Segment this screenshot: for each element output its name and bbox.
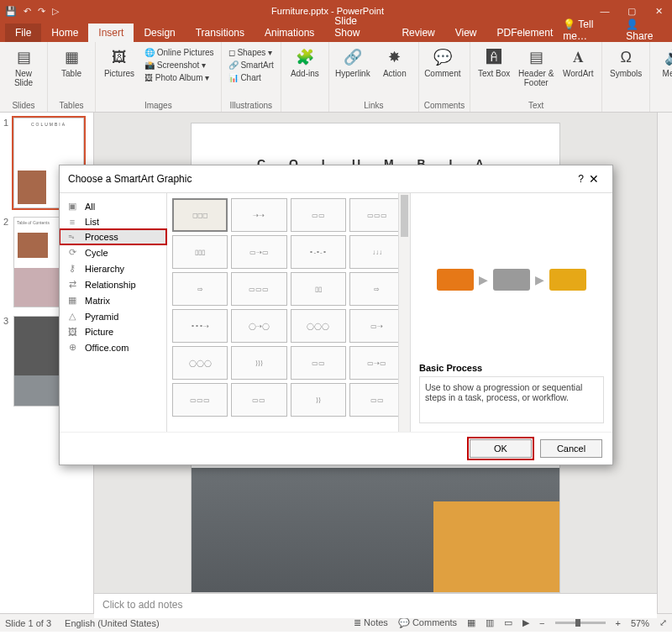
smartart-option[interactable]: ∘-∘-∘ xyxy=(291,235,346,269)
category-all[interactable]: ▣All xyxy=(60,198,166,214)
tell-me[interactable]: 💡 Tell me… xyxy=(563,18,616,42)
symbols-button[interactable]: Ω Symbols xyxy=(607,47,644,78)
smartart-option[interactable]: ◯⇢◯ xyxy=(231,309,286,343)
zoom-in-icon[interactable]: + xyxy=(616,618,621,628)
table-button[interactable]: ▦ Table xyxy=(53,47,90,78)
category-list[interactable]: ≡List xyxy=(60,214,166,229)
office-icon: ⊕ xyxy=(66,342,78,353)
screenshot-button[interactable]: 📸 Screenshot ▾ xyxy=(143,60,216,71)
zoom-slider[interactable] xyxy=(555,622,606,624)
smartart-button[interactable]: 🔗 SmartArt xyxy=(227,60,276,71)
category-picture[interactable]: 🖼Picture xyxy=(60,324,166,339)
smartart-option[interactable]: ◯◯◯ xyxy=(172,346,228,380)
smartart-option[interactable]: ▭▭▭ xyxy=(231,272,286,306)
share-button[interactable]: 👤 Share xyxy=(626,18,665,42)
undo-icon[interactable]: ↶ xyxy=(24,6,31,17)
category-hierarchy[interactable]: ⚷Hierarchy xyxy=(60,260,166,276)
media-button[interactable]: 🔊 Media xyxy=(655,47,672,78)
smartart-option[interactable]: ⇢⇢ xyxy=(231,198,286,232)
group-tables: ▦ Table Tables xyxy=(48,42,96,112)
smartart-option[interactable]: ▭▭▭ xyxy=(349,198,405,232)
chart-button[interactable]: 📊 Chart xyxy=(227,72,276,83)
smartart-option[interactable]: ▯▯ xyxy=(291,272,346,306)
tab-insert[interactable]: Insert xyxy=(88,24,134,42)
textbox-button[interactable]: 🅰 Text Box xyxy=(475,47,512,78)
tab-file[interactable]: File xyxy=(5,24,41,42)
tab-review[interactable]: Review xyxy=(391,24,444,42)
smartart-option[interactable]: ⟩⟩⟩ xyxy=(231,346,286,380)
category-cycle[interactable]: ⟳Cycle xyxy=(60,244,166,260)
vertical-scrollbar[interactable] xyxy=(657,113,672,613)
smartart-option[interactable]: ↓↓↓ xyxy=(349,235,405,269)
zoom-out-icon[interactable]: − xyxy=(539,618,544,628)
addins-button[interactable]: 🧩 Add-ins xyxy=(286,47,323,78)
smartart-option[interactable]: ▭⇢▭ xyxy=(349,346,405,380)
new-slide-button[interactable]: ▤ New Slide xyxy=(5,47,42,87)
view-slideshow-icon[interactable]: ▶ xyxy=(522,617,529,628)
category-office[interactable]: ⊕Office.com xyxy=(60,339,166,355)
smartart-option[interactable]: ▯▯▯ xyxy=(172,235,228,269)
dialog-buttons: OK Cancel xyxy=(60,432,612,464)
action-button[interactable]: ✸ Action xyxy=(376,47,413,78)
view-normal-icon[interactable]: ▦ xyxy=(467,617,475,628)
textbox-label: Text Box xyxy=(478,69,510,78)
smartart-option[interactable]: ⇨ xyxy=(349,272,405,306)
tab-slideshow[interactable]: Slide Show xyxy=(324,12,391,42)
smartart-option[interactable]: ▭▭▭ xyxy=(172,383,228,417)
tab-animations[interactable]: Animations xyxy=(255,24,324,42)
smartart-option[interactable]: ▭▭ xyxy=(291,198,346,232)
cancel-button[interactable]: Cancel xyxy=(540,439,602,458)
pictures-button[interactable]: 🖼 Pictures xyxy=(101,47,138,78)
dialog-close-icon[interactable]: ✕ xyxy=(584,171,604,187)
redo-icon[interactable]: ↷ xyxy=(38,6,45,17)
tab-pdfelement[interactable]: PDFelement xyxy=(487,24,564,42)
notes-pane[interactable]: Click to add notes xyxy=(94,593,657,618)
smartart-option[interactable]: ⇨ xyxy=(172,272,228,306)
grid-scrollbar[interactable] xyxy=(398,193,410,432)
picture-icon: 🖼 xyxy=(66,327,78,337)
smartart-option[interactable]: ∘∘∘⇢ xyxy=(172,309,228,343)
smartart-option[interactable]: ▭⇢ xyxy=(349,309,405,343)
hyperlink-button[interactable]: 🔗 Hyperlink xyxy=(334,47,371,78)
notes-toggle[interactable]: ≣ Notes xyxy=(354,617,388,628)
category-process[interactable]: ᯓProcess xyxy=(60,229,166,244)
group-comments-label: Comments xyxy=(424,99,465,112)
fit-to-window-icon[interactable]: ⤢ xyxy=(659,617,667,628)
tab-transitions[interactable]: Transitions xyxy=(186,24,255,42)
wordart-button[interactable]: 𝐀 WordArt xyxy=(559,47,596,78)
smartart-option[interactable]: ▭▭ xyxy=(349,383,405,417)
category-matrix[interactable]: ▦Matrix xyxy=(60,292,166,308)
tab-view[interactable]: View xyxy=(445,24,487,42)
view-sorter-icon[interactable]: ▥ xyxy=(486,617,494,628)
start-slideshow-icon[interactable]: ▷ xyxy=(52,6,59,17)
dialog-help-icon[interactable]: ? xyxy=(578,173,584,185)
smartart-option[interactable] xyxy=(172,198,228,232)
smartart-option[interactable]: ▭▭ xyxy=(231,383,286,417)
smartart-option[interactable]: ⟩⟩ xyxy=(291,383,346,417)
tab-design[interactable]: Design xyxy=(134,24,185,42)
view-reading-icon[interactable]: ▭ xyxy=(504,617,512,628)
category-relationship[interactable]: ⇄Relationship xyxy=(60,276,166,292)
smartart-option[interactable]: ◯◯◯ xyxy=(291,309,346,343)
comments-toggle[interactable]: 💬 Comments xyxy=(398,617,457,628)
shapes-button[interactable]: ◻ Shapes ▾ xyxy=(227,47,276,58)
preview-description: Use to show a progression or sequential … xyxy=(419,376,604,423)
zoom-level[interactable]: 57% xyxy=(631,618,649,628)
save-icon[interactable]: 💾 xyxy=(5,6,17,17)
smartart-option[interactable]: ▭⇢▭ xyxy=(231,235,286,269)
smartart-option[interactable]: ▭▭ xyxy=(291,346,346,380)
ok-button[interactable]: OK xyxy=(470,439,532,458)
online-pictures-button[interactable]: 🌐 Online Pictures xyxy=(143,47,216,58)
header-footer-button[interactable]: ▤ Header & Footer xyxy=(517,47,554,87)
comment-button[interactable]: 💬 Comment xyxy=(424,47,461,78)
photo-album-button[interactable]: 🖼 Photo Album ▾ xyxy=(143,72,216,83)
tab-home[interactable]: Home xyxy=(41,24,88,42)
thumb-number: 1 xyxy=(3,118,13,208)
minimize-button[interactable]: — xyxy=(591,6,618,17)
category-pyramid[interactable]: △Pyramid xyxy=(60,308,166,324)
restore-button[interactable]: ▢ xyxy=(618,6,645,17)
close-button[interactable]: ✕ xyxy=(645,6,672,17)
language-status[interactable]: English (United States) xyxy=(65,618,160,628)
action-label: Action xyxy=(383,69,407,78)
addins-icon: 🧩 xyxy=(295,47,315,67)
